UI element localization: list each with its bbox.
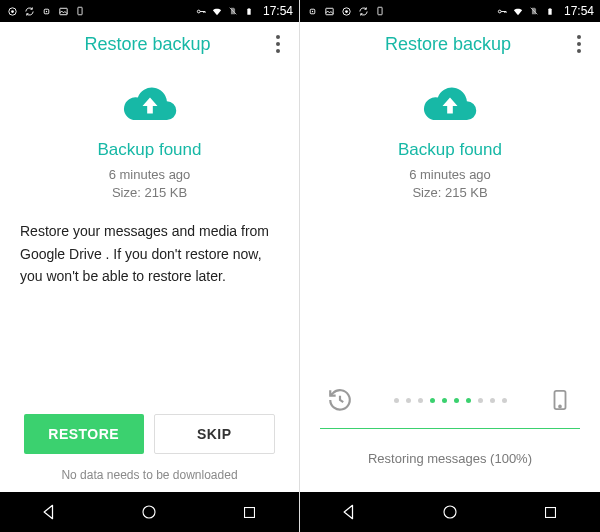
svg-point-17 bbox=[498, 10, 501, 13]
cloud-upload-icon bbox=[420, 84, 480, 126]
status-bar: 17:54 bbox=[0, 0, 299, 22]
svg-point-9 bbox=[143, 506, 155, 518]
image-icon bbox=[57, 5, 69, 17]
button-row: RESTORE SKIP bbox=[20, 414, 279, 454]
broadcast-icon bbox=[40, 5, 52, 17]
svg-rect-7 bbox=[247, 8, 250, 14]
svg-point-6 bbox=[197, 10, 200, 13]
nav-back-button[interactable] bbox=[39, 501, 61, 523]
more-vert-icon bbox=[577, 35, 581, 53]
content-area: Backup found 6 minutes ago Size: 215 KB … bbox=[0, 66, 299, 492]
location-icon bbox=[6, 5, 18, 17]
svg-rect-18 bbox=[548, 8, 551, 14]
page-title: Restore backup bbox=[0, 34, 265, 55]
progress-bar bbox=[320, 428, 580, 429]
app-bar: Restore backup bbox=[300, 22, 600, 66]
backup-age: 6 minutes ago bbox=[409, 166, 491, 184]
device-icon bbox=[74, 5, 86, 17]
sync-icon bbox=[23, 5, 35, 17]
android-nav-bar bbox=[0, 492, 299, 532]
svg-point-14 bbox=[345, 10, 348, 13]
vpn-key-icon bbox=[496, 5, 508, 17]
backup-age: 6 minutes ago bbox=[109, 166, 191, 184]
broadcast-icon bbox=[306, 5, 318, 17]
svg-point-12 bbox=[311, 10, 312, 11]
svg-rect-23 bbox=[545, 507, 555, 517]
transfer-dots bbox=[394, 398, 507, 403]
backup-found-heading: Backup found bbox=[398, 140, 502, 160]
restore-history-icon bbox=[326, 386, 354, 414]
overflow-menu-button[interactable] bbox=[566, 31, 592, 57]
nav-recents-button[interactable] bbox=[539, 501, 561, 523]
restore-description: Restore your messages and media from Goo… bbox=[20, 220, 279, 287]
cloud-upload-icon bbox=[120, 84, 180, 126]
svg-point-22 bbox=[444, 506, 456, 518]
overflow-menu-button[interactable] bbox=[265, 31, 291, 57]
svg-rect-16 bbox=[378, 7, 382, 15]
svg-rect-19 bbox=[549, 8, 550, 9]
nav-back-button[interactable] bbox=[339, 501, 361, 523]
progress-zone: Restoring messages (100%) bbox=[320, 386, 580, 492]
wifi-icon bbox=[211, 5, 223, 17]
image-icon bbox=[323, 5, 335, 17]
more-vert-icon bbox=[276, 35, 280, 53]
phone-icon bbox=[546, 386, 574, 414]
content-area: Backup found 6 minutes ago Size: 215 KB bbox=[300, 66, 600, 492]
status-bar: 17:54 bbox=[300, 0, 600, 22]
restore-button[interactable]: RESTORE bbox=[24, 414, 144, 454]
nav-home-button[interactable] bbox=[439, 501, 461, 523]
battery-icon bbox=[243, 5, 255, 17]
svg-rect-10 bbox=[244, 507, 254, 517]
svg-point-3 bbox=[45, 10, 46, 11]
device-icon bbox=[374, 5, 386, 17]
no-sim-icon bbox=[528, 5, 540, 17]
phone-right: 17:54 Restore backup Backup found 6 minu… bbox=[300, 0, 600, 532]
backup-meta: 6 minutes ago Size: 215 KB bbox=[109, 166, 191, 202]
transfer-animation bbox=[320, 386, 580, 414]
vpn-key-icon bbox=[195, 5, 207, 17]
location-icon bbox=[340, 5, 352, 17]
android-nav-bar bbox=[300, 492, 600, 532]
wifi-icon bbox=[512, 5, 524, 17]
sync-icon bbox=[357, 5, 369, 17]
page-title: Restore backup bbox=[300, 34, 566, 55]
svg-rect-5 bbox=[78, 7, 82, 15]
download-footnote: No data needs to be downloaded bbox=[61, 468, 237, 482]
progress-label: Restoring messages (100%) bbox=[368, 451, 532, 466]
clock: 17:54 bbox=[564, 4, 594, 18]
nav-home-button[interactable] bbox=[138, 501, 160, 523]
svg-rect-8 bbox=[248, 8, 249, 9]
backup-size: Size: 215 KB bbox=[109, 184, 191, 202]
nav-recents-button[interactable] bbox=[238, 501, 260, 523]
no-sim-icon bbox=[227, 5, 239, 17]
backup-meta: 6 minutes ago Size: 215 KB bbox=[409, 166, 491, 202]
backup-size: Size: 215 KB bbox=[409, 184, 491, 202]
svg-point-21 bbox=[559, 406, 561, 408]
backup-found-heading: Backup found bbox=[98, 140, 202, 160]
clock: 17:54 bbox=[263, 4, 293, 18]
phone-left: 17:54 Restore backup Backup found 6 minu… bbox=[0, 0, 300, 532]
skip-button[interactable]: SKIP bbox=[154, 414, 276, 454]
svg-point-0 bbox=[11, 10, 14, 13]
app-bar: Restore backup bbox=[0, 22, 299, 66]
battery-icon bbox=[544, 5, 556, 17]
